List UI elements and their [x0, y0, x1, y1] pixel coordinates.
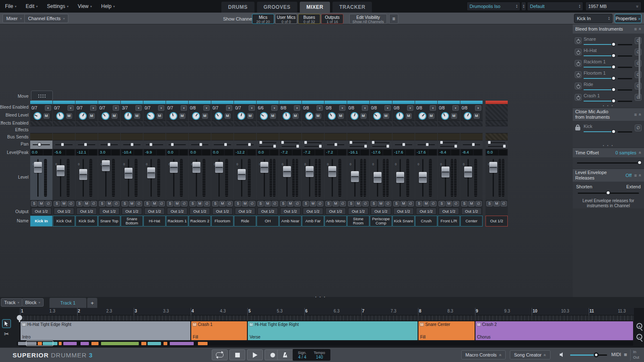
output-button[interactable]: Out 1/2 [54, 208, 74, 215]
slider-handle[interactable] [611, 76, 616, 81]
channel-name[interactable]: Amb Far [302, 216, 324, 227]
bleed-level-knob[interactable] [464, 112, 472, 120]
pan-handle[interactable] [107, 143, 111, 146]
properties-button[interactable]: Properties » [615, 14, 641, 23]
pan-row[interactable] [75, 141, 98, 149]
fader-cap[interactable] [192, 162, 200, 173]
pan-handle[interactable] [171, 143, 174, 146]
fader-cap[interactable] [419, 172, 427, 183]
pan-row[interactable] [392, 141, 415, 149]
bleed-level-knob[interactable] [441, 112, 449, 120]
bleed-level-knob[interactable] [351, 112, 358, 120]
pan-row[interactable] [53, 141, 75, 149]
channel-name[interactable]: Snare Bottom [121, 216, 143, 227]
fader-area[interactable]: 0 [370, 156, 392, 201]
output-button[interactable]: Out 1/2 [167, 208, 187, 215]
solo-button[interactable]: S [54, 201, 60, 206]
pan-row[interactable] [415, 141, 437, 149]
tab-tracker[interactable]: TRACKER [332, 2, 372, 13]
fader-area[interactable]: 0 [415, 156, 437, 201]
bleed-dropdown-button[interactable]: ▾ [452, 105, 459, 111]
solo-button[interactable]: S [76, 201, 83, 206]
volume-slider[interactable] [570, 354, 607, 356]
bleed-level-knob[interactable] [396, 112, 404, 120]
channel-name[interactable]: Center [460, 216, 483, 227]
bleed-section-header[interactable]: Bleed from Instruments ≡« [573, 24, 644, 34]
pan-handle[interactable] [199, 143, 203, 146]
power-icon[interactable] [575, 83, 582, 89]
mute-button[interactable]: M [446, 201, 452, 206]
solo-button[interactable]: S [486, 201, 493, 206]
fader-cap[interactable] [79, 169, 87, 180]
channel-name[interactable]: Front L/R [438, 216, 460, 227]
bleed-dropdown-button[interactable]: ▾ [430, 105, 436, 111]
bleed-level-knob[interactable] [260, 112, 268, 120]
fader-cap[interactable] [238, 169, 246, 180]
slider-handle[interactable] [611, 65, 616, 69]
output-button[interactable]: Out 1/2 [190, 208, 210, 215]
fader-area[interactable]: 0 [460, 156, 483, 201]
bleed-mute-button[interactable]: M [451, 113, 457, 119]
pan-row[interactable] [30, 141, 52, 149]
hamburger-menu-icon[interactable]: ≡ [389, 14, 398, 24]
pan-handle[interactable] [248, 143, 251, 146]
pan-row[interactable] [211, 141, 234, 149]
bypass-button[interactable]: ∅ [501, 201, 507, 206]
mute-button[interactable]: M [106, 201, 112, 206]
bleed-level-knob[interactable] [373, 112, 381, 120]
solo-button[interactable]: S [303, 201, 309, 206]
fader-area[interactable]: 0 [143, 156, 166, 201]
bypass-icon[interactable]: ∅ [635, 37, 641, 44]
fader-cap[interactable] [260, 162, 268, 173]
pan-handle[interactable] [259, 141, 262, 144]
bleed-mute-button[interactable]: M [270, 113, 276, 119]
bleed-mute-button[interactable]: M [202, 113, 208, 119]
output-button[interactable]: Out 1/2 [257, 208, 278, 215]
fader-cap[interactable] [464, 167, 472, 177]
fader-area[interactable]: 0 [98, 156, 120, 201]
bleed-dropdown-button[interactable]: ▾ [135, 105, 142, 111]
fader-cap[interactable] [34, 162, 42, 173]
solo-button[interactable]: S [167, 201, 173, 206]
mute-button[interactable]: M [332, 201, 339, 206]
bypass-button[interactable]: ∅ [68, 201, 74, 206]
channel-move-handle[interactable] [31, 91, 53, 101]
channel-name[interactable]: Ride [234, 216, 256, 227]
bypass-button[interactable]: ∅ [453, 201, 459, 206]
pan-handle[interactable] [38, 143, 41, 146]
pan-handle[interactable] [349, 141, 353, 144]
fader-cap[interactable] [328, 166, 336, 177]
bleed-dropdown-button[interactable]: ▾ [45, 105, 51, 111]
output-button[interactable]: Out 1/2 [393, 208, 414, 215]
mute-button[interactable]: M [83, 201, 90, 206]
bypass-icon[interactable]: ∅ [635, 83, 641, 89]
memory-indicator[interactable]: 1957 MB « [585, 2, 641, 11]
fader-cap[interactable] [102, 160, 110, 171]
slider-handle[interactable] [611, 99, 616, 103]
bypass-button[interactable]: ∅ [430, 201, 436, 206]
collapse-icon[interactable]: « [638, 113, 643, 116]
bleed-level-slider[interactable] [584, 65, 632, 69]
bypass-button[interactable]: ∅ [91, 201, 97, 206]
bleed-mute-button[interactable]: M [474, 113, 480, 119]
mute-button[interactable]: M [423, 201, 429, 206]
bypass-button[interactable]: ∅ [340, 201, 346, 206]
pan-row[interactable] [438, 141, 460, 149]
filter-buses[interactable]: Buses0 of 32 [298, 14, 320, 24]
output-button[interactable]: Out 1/2 [439, 208, 459, 215]
fader-area[interactable]: 0 [75, 156, 98, 201]
bleed-dropdown-button[interactable]: ▾ [407, 105, 413, 111]
power-icon[interactable] [575, 94, 582, 101]
channel-name[interactable]: Kick Snare [392, 216, 415, 227]
bleed-level-knob[interactable] [215, 112, 223, 120]
bleed-dropdown-button[interactable]: ▾ [90, 105, 96, 111]
channel-name[interactable]: OH [257, 216, 279, 227]
bypass-icon[interactable]: ∅ [635, 125, 641, 131]
filter-user-mics[interactable]: User Mics0 of 0 [275, 14, 297, 24]
loop-button[interactable] [212, 349, 228, 360]
collapse-icon[interactable]: ˆ [192, 323, 197, 326]
bleed-dropdown-button[interactable]: ▾ [68, 105, 74, 111]
bleed-mute-button[interactable]: M [406, 113, 412, 119]
bleed-level-knob[interactable] [101, 112, 109, 120]
panel-resize-handle[interactable]: • • • [302, 295, 340, 299]
